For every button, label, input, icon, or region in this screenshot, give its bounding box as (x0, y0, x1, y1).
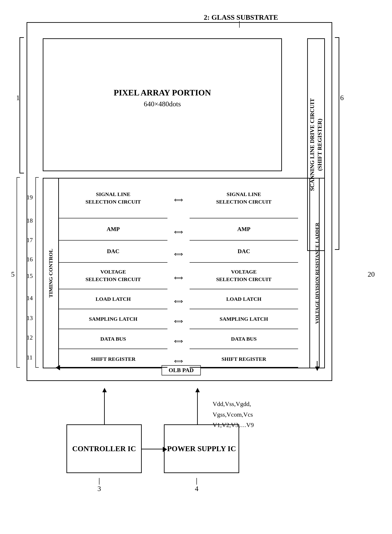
right-voltage-selection: VOLTAGESELECTION CIRCUIT (190, 263, 298, 289)
label-5-bracket (17, 177, 20, 368)
left-shift-register: SHIFT REGISTER (59, 349, 168, 369)
diagram-container: 2: GLASS SUBSTRATE PIXEL ARRAY PORTION 6… (13, 9, 379, 527)
row-num-13: 13 (27, 314, 33, 322)
right-shift-register: SHIFT REGISTER (190, 349, 298, 369)
left-signal-selection: SIGNAL LINESELECTION CIRCUIT (59, 178, 168, 218)
pixel-array-title: PIXEL ARRAY PORTION (43, 88, 281, 98)
arrow-to-controller-head (102, 388, 107, 392)
voltage-arrow-head (315, 366, 319, 371)
label-1-bracket (19, 37, 24, 173)
glass-substrate-box: PIXEL ARRAY PORTION 640×480dots SCANNING… (27, 22, 332, 381)
label-3: 3 (98, 478, 101, 493)
row-num-15: 15 (27, 272, 33, 280)
scanning-circuit-label: SCANNING LINE DRIVE CIRCUIT (SHIFT REGIS… (308, 98, 324, 191)
arrow-to-controller (104, 391, 105, 424)
left-arrowhead (56, 365, 60, 370)
arrow-to-power (197, 391, 198, 424)
voltage-division-label: VOLTAGE DIVISION RESISTANCE LADDER (314, 223, 321, 324)
left-load-latch: LOAD LATCH (59, 289, 168, 309)
arrow-to-power-head (195, 388, 200, 392)
right-sampling-latch: SAMPLING LATCH (190, 309, 298, 329)
label-1: 1 (16, 94, 20, 102)
right-load-latch: LOAD LATCH (190, 289, 298, 309)
bidir-arrows-column: ⟺ ⟺ ⟺ ⟺ ⟺ ⟺ ⟺ ⟺ (168, 178, 190, 369)
bottom-left-line (59, 367, 168, 368)
controller-ic-box: CONTROLLER IC (66, 424, 142, 473)
row-num-19: 19 (27, 194, 33, 201)
arrow-2: ⟺ (168, 228, 190, 236)
left-voltage-selection: VOLTAGESELECTION CIRCUIT (59, 263, 168, 289)
arrow-6: ⟺ (168, 318, 190, 325)
arrow-1: ⟺ (168, 196, 190, 204)
timing-control-label: TIMING CONTROL (48, 249, 54, 298)
controller-to-power-arrowhead (163, 447, 167, 452)
voltage-arrow-line (317, 361, 317, 368)
right-column: SIGNAL LINESELECTION CIRCUIT AMP DAC VOL… (190, 178, 298, 368)
row-num-12: 12 (27, 334, 33, 341)
arrow-8: ⟺ (168, 357, 190, 365)
left-column: SIGNAL LINESELECTION CIRCUIT AMP DAC VOL… (59, 178, 168, 368)
label-20: 20 (368, 270, 375, 278)
left-amp: AMP (59, 218, 168, 240)
label-5: 5 (11, 270, 15, 278)
row-num-14: 14 (27, 295, 33, 302)
glass-substrate-label: 2: GLASS SUBSTRATE (204, 13, 278, 22)
arrow-7: ⟺ (168, 337, 190, 345)
power-supply-ic-box: POWER SUPPLY IC (164, 424, 239, 473)
right-dac: DAC (190, 240, 298, 263)
voltage-division-box: VOLTAGE DIVISION RESISTANCE LADDER (309, 178, 325, 368)
row-num-18: 18 (27, 217, 33, 224)
lower-section-box: TIMING CONTROL SIGNAL LINESELECTION CIRC… (43, 178, 320, 368)
label-6-bracket (335, 37, 339, 250)
row-num-16: 16 (27, 256, 33, 263)
left-data-bus: DATA BUS (59, 329, 168, 349)
row-numbers-bracket (35, 177, 39, 368)
right-amp: AMP (190, 218, 298, 240)
left-dac: DAC (59, 240, 168, 263)
pixel-array-box: PIXEL ARRAY PORTION 640×480dots (43, 38, 282, 171)
timing-control-box: TIMING CONTROL (43, 178, 59, 368)
arrow-5: ⟺ (168, 298, 190, 305)
arrow-4: ⟺ (168, 274, 190, 281)
arrow-3: ⟺ (168, 250, 190, 258)
right-data-bus: DATA BUS (190, 329, 298, 349)
right-signal-selection: SIGNAL LINESELECTION CIRCUIT (190, 178, 298, 218)
controller-to-power-arrow (142, 449, 164, 450)
bottom-right-line (190, 367, 298, 368)
label-4: 4 (195, 478, 198, 493)
row-num-11: 11 (27, 354, 33, 361)
label-6: 6 (340, 94, 344, 102)
row-num-17: 17 (27, 237, 33, 244)
pixel-array-subtitle: 640×480dots (43, 100, 281, 108)
olb-pad: OLB PAD (162, 365, 201, 375)
left-sampling-latch: SAMPLING LATCH (59, 309, 168, 329)
